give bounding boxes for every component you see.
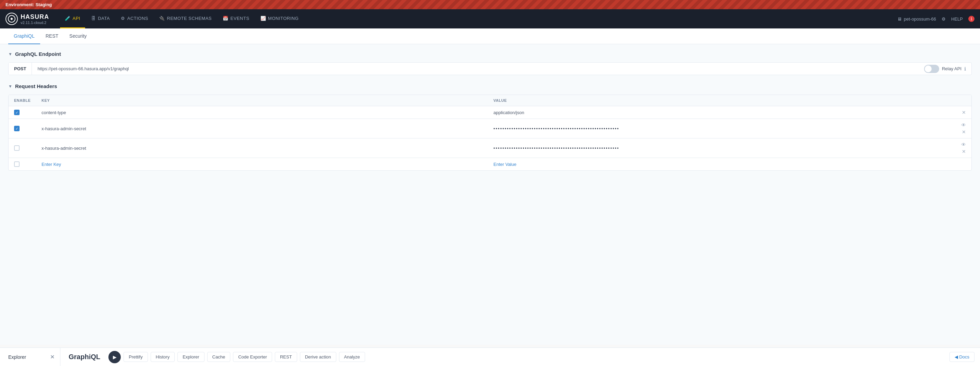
checkbox-2[interactable] bbox=[14, 126, 19, 131]
request-headers-title: Request Headers bbox=[15, 83, 57, 89]
env-name: Staging bbox=[35, 2, 52, 7]
delete-icon-1[interactable]: ✕ bbox=[962, 110, 966, 115]
delete-icon-3[interactable]: ✕ bbox=[962, 149, 966, 154]
brand-logo bbox=[5, 13, 18, 25]
headers-table: ENABLE KEY VALUE content-type applicatio… bbox=[8, 95, 972, 171]
nav-item-data[interactable]: 🗄 DATA bbox=[86, 9, 115, 29]
endpoint-url-input[interactable] bbox=[32, 63, 919, 75]
nav-item-actions[interactable]: ⚙ ACTIONS bbox=[116, 9, 153, 29]
chart-icon: 📈 bbox=[261, 16, 266, 21]
cell-value-2: ••••••••••••••••••••••••••••••••••••••••… bbox=[493, 126, 945, 131]
checkbox-new[interactable] bbox=[14, 162, 19, 167]
brand: HASURA v2.11.1-cloud.2 bbox=[5, 13, 49, 25]
nav-right: 🖥 pet-opossum-66 ⚙ HELP 1 bbox=[897, 16, 975, 22]
col-enable: ENABLE bbox=[14, 98, 41, 103]
help-label: HELP bbox=[951, 16, 963, 22]
content-area: ▼ GraphQL Endpoint POST Relay API ℹ ▼ Re… bbox=[0, 44, 980, 345]
nav-item-events[interactable]: 📅 EVENTS bbox=[218, 9, 254, 29]
cell-enable-2 bbox=[14, 126, 41, 131]
table-header: ENABLE KEY VALUE bbox=[9, 95, 971, 106]
env-label: Environment: bbox=[5, 2, 34, 7]
checkbox-3[interactable] bbox=[14, 145, 19, 151]
nav-item-monitoring[interactable]: 📈 MONITORING bbox=[256, 9, 304, 29]
toggle-knob bbox=[925, 65, 932, 72]
notification-badge: 1 bbox=[968, 16, 975, 22]
method-badge: POST bbox=[9, 63, 32, 75]
eye-icon-2[interactable]: 👁 bbox=[961, 122, 966, 128]
relay-api-label: Relay API bbox=[942, 66, 961, 71]
cell-enable-3 bbox=[14, 145, 41, 151]
env-bar: Environment: Staging bbox=[0, 0, 980, 9]
tab-security[interactable]: Security bbox=[64, 29, 92, 44]
cell-value-new[interactable]: Enter Value bbox=[493, 162, 945, 167]
project-selector[interactable]: 🖥 pet-opossum-66 bbox=[897, 16, 936, 22]
calendar-icon: 📅 bbox=[223, 16, 229, 21]
brand-name: HASURA bbox=[21, 13, 49, 21]
flask-icon: 🧪 bbox=[65, 16, 71, 21]
nav-item-api[interactable]: 🧪 API bbox=[60, 9, 85, 29]
plug-icon: 🔌 bbox=[159, 16, 165, 21]
nav-item-remote-schemas[interactable]: 🔌 REMOTE SCHEMAS bbox=[154, 9, 216, 29]
project-icon: 🖥 bbox=[897, 16, 902, 22]
chevron-down-icon: ▼ bbox=[8, 52, 12, 57]
notifications-button[interactable]: 1 bbox=[968, 16, 975, 22]
cell-actions-1: ✕ bbox=[945, 110, 966, 115]
settings-button[interactable]: ⚙ bbox=[942, 16, 946, 22]
project-name: pet-opossum-66 bbox=[904, 16, 936, 22]
help-button[interactable]: HELP bbox=[951, 16, 963, 22]
request-headers-section-header[interactable]: ▼ Request Headers bbox=[8, 83, 972, 89]
cell-value-3: ••••••••••••••••••••••••••••••••••••••••… bbox=[493, 146, 945, 151]
tab-rest[interactable]: REST bbox=[40, 29, 64, 44]
table-row: x-hasura-admin-secret ••••••••••••••••••… bbox=[9, 138, 971, 158]
eye-icon-3[interactable]: 👁 bbox=[961, 142, 966, 147]
relay-toggle-switch[interactable] bbox=[924, 65, 939, 73]
col-value: VALUE bbox=[493, 98, 945, 103]
graphql-endpoint-section-header[interactable]: ▼ GraphQL Endpoint bbox=[8, 51, 972, 57]
nav-items: 🧪 API 🗄 DATA ⚙ ACTIONS 🔌 REMOTE SCHEMAS … bbox=[60, 9, 897, 29]
table-row: x-hasura-admin-secret ••••••••••••••••••… bbox=[9, 119, 971, 138]
cell-key-new[interactable]: Enter Key bbox=[41, 162, 493, 167]
database-icon: 🗄 bbox=[91, 16, 96, 21]
table-row: content-type application/json ✕ bbox=[9, 106, 971, 119]
relay-toggle: Relay API ℹ bbox=[919, 65, 971, 73]
col-actions bbox=[945, 98, 966, 103]
brand-text: HASURA v2.11.1-cloud.2 bbox=[21, 13, 49, 25]
cell-key-2: x-hasura-admin-secret bbox=[41, 126, 493, 131]
cell-value-1: application/json bbox=[493, 110, 945, 115]
cell-actions-2: 👁 ✕ bbox=[945, 122, 966, 135]
cell-key-3: x-hasura-admin-secret bbox=[41, 146, 493, 151]
col-key: KEY bbox=[41, 98, 493, 103]
table-row-new: Enter Key Enter Value bbox=[9, 158, 971, 170]
cell-actions-3: 👁 ✕ bbox=[945, 142, 966, 154]
endpoint-row: POST Relay API ℹ bbox=[8, 62, 972, 75]
graphql-endpoint-title: GraphQL Endpoint bbox=[15, 51, 61, 57]
cell-enable-1 bbox=[14, 110, 41, 115]
tab-graphiql[interactable]: GraphiQL bbox=[8, 29, 40, 44]
info-icon[interactable]: ℹ bbox=[964, 66, 966, 71]
brand-version: v2.11.1-cloud.2 bbox=[21, 21, 49, 25]
sub-tabs: GraphiQL REST Security bbox=[0, 29, 980, 44]
main-nav: HASURA v2.11.1-cloud.2 🧪 API 🗄 DATA ⚙ AC… bbox=[0, 9, 980, 29]
delete-icon-2[interactable]: ✕ bbox=[962, 129, 966, 135]
chevron-down-icon-headers: ▼ bbox=[8, 84, 12, 89]
settings-icon: ⚙ bbox=[942, 16, 946, 22]
cell-enable-new bbox=[14, 162, 41, 167]
checkbox-1[interactable] bbox=[14, 110, 19, 115]
cell-key-1: content-type bbox=[41, 110, 493, 115]
gear-nav-icon: ⚙ bbox=[121, 16, 125, 21]
